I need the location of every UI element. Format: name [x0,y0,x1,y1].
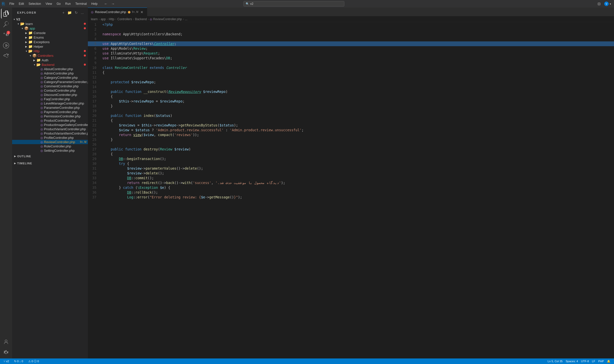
line-code-19[interactable] [100,109,614,113]
tree-file-categoryparametercontroller-p---[interactable]: ◎CategoryParameterController.p... [12,80,88,84]
outline-header[interactable]: ▶ OUTLINE [12,154,88,159]
tree-file-profilecontroller-php[interactable]: ◎ProfileController.php [12,136,88,140]
search-input[interactable] [250,2,342,6]
line-code-28[interactable]: { [100,152,614,157]
tree-folder-enums[interactable]: ▶ 📁 Enums [12,35,88,40]
settings-activity-icon[interactable] [1,347,11,357]
line-code-11[interactable]: { [100,70,614,75]
line-code-15[interactable]: public function __construct(ReviewReposi… [100,89,614,94]
more-actions-button[interactable]: ... [80,10,85,15]
line-code-26[interactable] [100,142,614,147]
breadcrumb-app[interactable]: app [101,17,106,21]
tree-file-admincontroller-php[interactable]: ◎AdminController.php [12,71,88,75]
line-code-23[interactable]: $view = $status ? 'Admin.product.review.… [100,128,614,133]
new-file-button[interactable]: + [61,10,65,15]
extensions-activity-icon[interactable] [1,51,11,61]
tab-close-button[interactable]: ✕ [140,10,144,14]
line-code-27[interactable]: public function destroy(Review $review) [100,147,614,152]
line-code-1[interactable]: <?php [100,22,614,27]
tree-file-levelmanagecontroller-php[interactable]: ◎LevelManageController.php [12,101,88,106]
line-code-6[interactable]: use App\Models\Review; [100,46,614,51]
language-status[interactable]: PHP [597,360,605,363]
line-code-25[interactable]: } [100,137,614,142]
line-code-33[interactable]: DB::commit(); [100,176,614,180]
tree-file-settingcontroller-php[interactable]: ◎SettingController.php [12,148,88,153]
tree-file-commentcontroller-php[interactable]: ◎CommentController.php [12,84,88,88]
menu-selection[interactable]: Selection [27,2,43,6]
tree-root-v2[interactable]: ▾ V2 [12,17,88,21]
menu-run[interactable]: Run [63,2,73,6]
new-folder-button[interactable]: 📁 [66,10,73,15]
line-code-17[interactable]: $this->reviewRepo = $reviewRepo; [100,99,614,104]
errors-status[interactable]: ⚠ 0 ⓘ 0 [27,359,40,363]
menu-help[interactable]: Help [89,2,100,6]
line-code-14[interactable] [100,85,614,89]
tree-folder-backend[interactable]: ▾ 📂 Backend [12,62,88,67]
breadcrumb-learn[interactable]: learn [91,17,98,21]
line-code-3[interactable]: namespace App\Http\Controllers\Backend; [100,32,614,37]
tree-file-productcontroller-php[interactable]: ◎ProductController.php [12,118,88,123]
nav-forward-button[interactable]: → [110,1,116,6]
notifications-status[interactable]: 🔔 [605,360,612,363]
breadcrumb-backend[interactable]: Backend [135,17,147,21]
timeline-header[interactable]: ▶ TIMELINE [12,161,88,166]
tree-folder-learn[interactable]: ▾ 📂 learn [12,21,88,26]
line-code-8[interactable]: use Illuminate\Support\Facades\DB; [100,56,614,61]
line-code-10[interactable]: class ReviewController extends Controlle… [100,65,614,70]
code-editor[interactable]: 1 <?php 2 3 namespace App\Http\Controlle… [88,22,614,358]
tree-file-aboutcontroller-php[interactable]: ◎AboutController.php [12,67,88,71]
line-code-36[interactable]: DB::rollBack(); [100,190,614,195]
line-col-status[interactable]: Ln 5, Col 35 [546,360,564,363]
line-code-20[interactable]: public function index($status) [100,113,614,118]
layout-button[interactable]: ⊡ [597,1,602,6]
line-code-21[interactable]: { [100,118,614,123]
tree-file-contactcontroller-php[interactable]: ◎ContactController.php [12,88,88,93]
line-code-13[interactable]: protected $reviewRepo; [100,80,614,85]
nav-back-button[interactable]: ← [103,1,109,6]
tree-file-productimagegallerycontroller----[interactable]: ◎ProductImageGalleryController.... [12,123,88,127]
line-code-12[interactable] [100,75,614,80]
line-code-16[interactable]: { [100,94,614,99]
line-code-37[interactable]: Log::error("Error deleting review: {$e->… [100,195,614,200]
source-control-activity-icon[interactable]: 1 [1,30,11,40]
line-code-5[interactable]: use App\Http\Controllers\Controller; [100,41,614,46]
tree-file-productvariantitemcontroller-p---[interactable]: ◎ProductVariantItemController.p... [12,131,88,136]
tree-folder-helper[interactable]: ▶ 📁 Helper [12,44,88,49]
search-bar[interactable]: 🔍 [243,1,344,7]
line-code-18[interactable]: } [100,104,614,109]
tree-file-rolecontroller-php[interactable]: ◎RoleController.php [12,144,88,148]
breadcrumb-http[interactable]: Http [109,17,114,21]
tree-file-categorycontroller-php[interactable]: ◎CategoryController.php [12,75,88,80]
line-code-9[interactable] [100,61,614,65]
menu-file[interactable]: File [7,2,16,6]
menu-go[interactable]: Go [55,2,63,6]
line-ending-status[interactable]: LF [591,360,597,363]
run-activity-icon[interactable] [1,40,11,50]
tree-folder-app[interactable]: ▾ 📦 app [12,26,88,31]
line-code-30[interactable]: try { [100,161,614,166]
line-code-22[interactable]: $reviews = $this->reviewRepo->getReviews… [100,123,614,128]
line-code-31[interactable]: $review->parameterValues()->delete(); [100,166,614,171]
line-code-7[interactable]: use Illuminate\Http\Request; [100,51,614,56]
line-code-24[interactable]: return view($view, compact('reviews')); [100,133,614,137]
menu-terminal[interactable]: Terminal [73,2,89,6]
tree-file-permissioncontroller-php[interactable]: ◎PermissionController.php [12,114,88,118]
sync-status[interactable]: ↻ 0 ↓ 0 [13,360,25,363]
tree-file-faqcontroller-php[interactable]: ◎FaqController.php [12,97,88,101]
profile-button[interactable]: V ▾ [603,1,612,7]
tree-folder-http[interactable]: ▾ 📂 Http [12,49,88,53]
line-code-29[interactable]: DB::beginTransaction(); [100,157,614,161]
tree-file-paymentcontroller-php[interactable]: ◎PaymentController.php [12,110,88,114]
tree-folder-console[interactable]: ▶ 📁 Console [12,31,88,35]
account-activity-icon[interactable] [1,337,11,347]
breadcrumb-file[interactable]: ReviewController.php [153,17,182,21]
line-code-32[interactable]: $review->delete(); [100,171,614,176]
line-code-4[interactable] [100,37,614,41]
git-branch-status[interactable]: ⑂ v2 [2,360,11,363]
tab-review-controller[interactable]: ◎ ReviewController.php ⬤ 9+, M ✕ [88,8,147,16]
tree-folder-auth[interactable]: ▶ 📁 Auth [12,58,88,62]
tree-file-discountcontroller-php[interactable]: ◎DiscountController.php [12,93,88,97]
encoding-status[interactable]: UTF-8 [579,360,590,363]
menu-edit[interactable]: Edit [17,2,26,6]
refresh-button[interactable]: ↻ [74,10,79,15]
